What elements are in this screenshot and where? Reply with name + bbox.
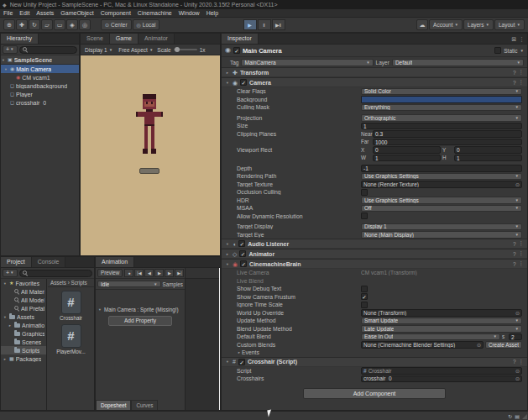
tab-inspector[interactable]: Inspector — [222, 34, 259, 44]
foldout-open-icon[interactable]: ▾ — [225, 360, 230, 364]
checkbox[interactable] — [361, 286, 368, 292]
foldout-open-icon[interactable]: ▾ — [1, 58, 6, 62]
lock-icon[interactable]: ⊠ — [511, 34, 516, 45]
component-header-crosshair-script[interactable]: ▾#✓Crosshair (Script)?⋮ — [222, 357, 527, 367]
timeline-playhead[interactable] — [219, 268, 220, 410]
menu-window[interactable]: Window — [175, 9, 203, 17]
enum-dropdown[interactable]: Off▼ — [361, 205, 522, 213]
help-icon[interactable]: ? — [513, 261, 516, 267]
timeline-ruler[interactable] — [186, 268, 220, 279]
component-header-transform[interactable]: ▸✚Transform?⋮ — [222, 67, 527, 77]
object-field[interactable]: None (Transform)⊙ — [361, 309, 522, 317]
next-frame-button[interactable]: ▶ — [165, 269, 174, 277]
enum-dropdown[interactable]: Solid Color▼ — [361, 88, 522, 96]
first-frame-button[interactable]: |◀ — [134, 269, 144, 277]
layers-dropdown[interactable]: Layers▼ — [463, 19, 494, 30]
kebab-menu-icon[interactable]: ⋮ — [519, 69, 525, 76]
hierarchy-item-crosshair-0[interactable]: ◻crosshair_0 — [1, 98, 79, 107]
scale-slider[interactable] — [174, 49, 197, 50]
object-picker-icon[interactable]: ⊙ — [515, 375, 520, 381]
project-tree-item-all-prefabs[interactable]: All Prefabs — [1, 304, 46, 312]
create-asset-button[interactable]: +▼ — [3, 269, 18, 277]
help-icon[interactable]: ? — [513, 359, 516, 365]
enable-checkbox[interactable]: ✓ — [240, 260, 247, 267]
aspect-dropdown[interactable]: Free Aspect▼ — [117, 45, 154, 55]
value-field[interactable]: 1 — [373, 155, 441, 162]
enum-dropdown[interactable]: Display 1▼ — [361, 223, 522, 231]
value-field[interactable]: 1 — [361, 123, 522, 130]
tab-game[interactable]: Game — [110, 34, 139, 44]
record-button[interactable]: ● — [124, 269, 133, 277]
enum-dropdown[interactable]: None (Main Display)▼ — [361, 231, 522, 239]
static-dropdown-icon[interactable]: ▼ — [520, 49, 524, 53]
foldout-open-icon[interactable]: ▾ — [225, 242, 230, 246]
layer-dropdown[interactable]: Default▼ — [392, 59, 524, 66]
create-object-button[interactable]: +▼ — [3, 45, 18, 54]
object-field[interactable]: crosshair_0⊙ — [361, 375, 522, 383]
create-asset-button[interactable]: Create Asset — [485, 341, 522, 349]
kebab-menu-icon[interactable]: ⋮ — [519, 34, 525, 45]
project-tree-item-all-materials[interactable]: All Materials — [1, 287, 46, 296]
foldout-open-icon[interactable]: ▾ — [3, 281, 8, 286]
tab-project[interactable]: Project — [1, 257, 32, 267]
transform-tool-button[interactable]: ◈ — [66, 19, 78, 30]
enable-checkbox[interactable]: ✓ — [238, 359, 245, 365]
foldout-open-icon[interactable]: ▾ — [3, 315, 8, 319]
move-tool-button[interactable]: ✚ — [16, 19, 28, 30]
enable-checkbox[interactable]: ✓ — [238, 240, 245, 247]
enum-dropdown[interactable]: Ease In Out▼ — [361, 333, 500, 341]
animated-property-row[interactable]: ▾ Main Camera : Sprite (Missing!) — [96, 305, 185, 313]
custom-tool-button[interactable]: ◎ — [79, 19, 91, 30]
object-field[interactable]: None (Cinemachine Blender Settings)⊙ — [361, 341, 484, 349]
enable-checkbox[interactable]: ✓ — [239, 250, 246, 257]
menu-edit[interactable]: Edit — [16, 9, 33, 17]
active-checkbox[interactable]: ✓ — [233, 47, 240, 54]
play-button[interactable]: ▶ — [154, 269, 164, 277]
rotate-tool-button[interactable]: ↻ — [29, 19, 40, 30]
enum-dropdown[interactable]: Use Graphics Settings▼ — [361, 197, 522, 204]
game-viewport[interactable] — [81, 55, 220, 255]
help-icon[interactable]: ? — [513, 241, 516, 247]
hand-tool-button[interactable]: ⊕ — [3, 19, 15, 30]
foldout-open-icon[interactable]: ▾ — [225, 262, 230, 266]
value-field[interactable]: 0 — [373, 146, 441, 154]
tab-hierarchy[interactable]: Hierarchy — [1, 34, 39, 44]
hierarchy-item-player[interactable]: ◻Player — [1, 90, 79, 98]
resize-grip[interactable] — [522, 414, 527, 419]
enum-dropdown[interactable]: Use Graphics Settings▼ — [361, 173, 522, 181]
clip-dropdown[interactable]: Idle▼ — [97, 281, 161, 288]
checkbox[interactable] — [361, 302, 368, 308]
object-picker-icon[interactable]: ⊙ — [515, 310, 520, 316]
hierarchy-item-main-camera[interactable]: ▾◉Main Camera — [1, 65, 79, 73]
value-field[interactable]: -1 — [361, 165, 522, 172]
foldout-open-icon[interactable]: ▾ — [3, 67, 8, 71]
progress-icon[interactable]: ▤ — [515, 414, 520, 419]
asset-crosshair[interactable]: #Crosshair — [49, 291, 94, 321]
foldout-open-icon[interactable]: ▾ — [97, 307, 102, 312]
display-dropdown[interactable]: Display 1▼ — [83, 45, 114, 55]
color-field[interactable] — [361, 96, 522, 103]
foldout-closed-icon[interactable]: ▸ — [8, 323, 13, 328]
kebab-menu-icon[interactable]: ⋮ — [519, 79, 525, 86]
pause-button[interactable]: ‖ — [258, 19, 271, 30]
enum-dropdown[interactable]: Smart Update▼ — [361, 318, 522, 325]
project-tree-item-all-models[interactable]: All Models — [1, 296, 46, 304]
project-search-input[interactable] — [19, 270, 92, 277]
help-icon[interactable]: ? — [513, 251, 516, 257]
value-field[interactable]: 2 — [509, 333, 522, 341]
project-tree-item-favorites[interactable]: ▾★Favorites — [1, 279, 46, 287]
component-header-audio-listener[interactable]: ▾◖✓Audio Listener?⋮ — [222, 239, 527, 249]
refresh-icon[interactable]: ↻ — [508, 414, 512, 419]
pivot-toggle-button[interactable]: ⊙Center — [101, 19, 132, 30]
kebab-menu-icon[interactable]: ⋮ — [519, 359, 525, 365]
value-field[interactable]: 0 — [454, 146, 522, 154]
tab-animator[interactable]: Animator — [139, 34, 175, 44]
project-tree-item-animations[interactable]: ▸Animations — [1, 321, 46, 329]
object-field[interactable]: #Crosshair⊙ — [361, 367, 522, 375]
slider-knob[interactable] — [175, 47, 180, 52]
tab-animation[interactable]: Animation — [96, 257, 134, 267]
help-icon[interactable]: ? — [513, 80, 516, 86]
preview-toggle-button[interactable]: Preview — [97, 269, 123, 277]
step-button[interactable]: ▶‖ — [272, 19, 285, 30]
value-field[interactable]: 1000 — [373, 139, 522, 146]
